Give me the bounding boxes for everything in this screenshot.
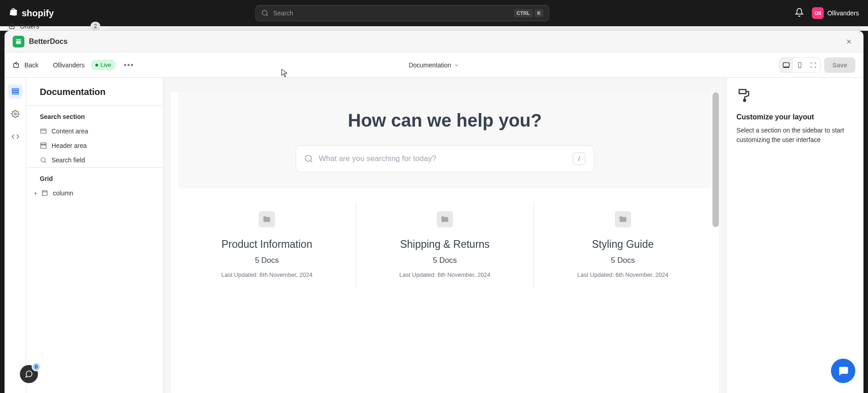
folder-icon <box>437 211 453 227</box>
block-column[interactable]: ▾ column <box>26 186 163 200</box>
chevron-down-icon <box>454 62 459 68</box>
desktop-view-button[interactable] <box>779 58 793 72</box>
admin-background <box>0 26 868 31</box>
folder-icon <box>259 211 275 227</box>
bell-icon <box>795 8 804 17</box>
notifications-button[interactable] <box>795 8 804 19</box>
close-button[interactable] <box>843 35 855 48</box>
hero-title: How can we help you? <box>187 110 703 131</box>
category-cards: Product Information 5 Docs Last Updated:… <box>178 202 712 289</box>
fullscreen-button[interactable] <box>807 58 820 72</box>
section-header-grid[interactable]: Grid <box>26 168 163 186</box>
desktop-icon <box>783 62 790 69</box>
svg-rect-9 <box>12 89 19 90</box>
editor-header: Back Ollivanders Live ••• Documentation … <box>5 52 863 78</box>
search-icon <box>261 9 269 17</box>
app-badge <box>13 36 24 47</box>
code-tab[interactable] <box>8 129 23 144</box>
slash-shortcut: / <box>573 152 585 165</box>
header-icon <box>40 142 47 149</box>
device-toggle <box>779 57 821 73</box>
preview-canvas-wrap: How can we help you? What are you search… <box>164 78 726 393</box>
chat-widget[interactable]: 0 <box>20 365 38 383</box>
svg-point-17 <box>41 158 45 162</box>
nav-rail <box>5 78 26 393</box>
category-card[interactable]: Shipping & Returns 5 Docs Last Updated: … <box>356 202 534 289</box>
section-header-search[interactable]: Search section <box>26 106 163 124</box>
sections-tab[interactable] <box>8 84 23 99</box>
search-icon <box>40 156 47 164</box>
status-badge: Live <box>91 60 116 70</box>
svg-rect-16 <box>41 145 46 148</box>
canvas-scrollbar[interactable] <box>712 92 719 227</box>
search-shortcut: CTRL K <box>514 9 543 17</box>
account-menu[interactable]: Oll Ollivanders <box>812 7 859 19</box>
search-placeholder: Search <box>273 9 514 17</box>
orders-icon <box>8 23 15 30</box>
mobile-view-button[interactable] <box>793 58 807 72</box>
app-icon <box>15 38 22 45</box>
svg-rect-15 <box>41 143 46 144</box>
global-search[interactable]: Search CTRL K <box>255 5 549 21</box>
admin-nav-peek: Orders 2 <box>0 26 108 31</box>
store-name[interactable]: Ollivanders <box>53 62 85 69</box>
hero-search-placeholder: What are you searching for today? <box>319 154 573 163</box>
back-button[interactable]: Back <box>13 61 38 69</box>
close-icon <box>845 38 853 45</box>
editor-body: Documentation Search section Content are… <box>5 78 863 393</box>
sections-panel: Documentation Search section Content are… <box>26 78 164 393</box>
svg-rect-13 <box>41 129 46 133</box>
more-actions-button[interactable]: ••• <box>124 61 134 69</box>
block-header-area[interactable]: Header area <box>26 138 163 153</box>
svg-line-1 <box>266 14 268 16</box>
code-icon <box>11 133 19 141</box>
svg-rect-19 <box>42 191 47 196</box>
app-modal: BetterDocs Back Ollivanders Live ••• Doc… <box>5 31 863 393</box>
settings-tab[interactable] <box>8 107 23 121</box>
user-name: Ollivanders <box>827 9 859 17</box>
panel-title: Documentation <box>26 87 163 105</box>
hero-section: How can we help you? What are you search… <box>178 92 712 189</box>
inspector-title: Customize your layout <box>736 113 854 121</box>
support-chat-icon <box>837 365 849 377</box>
search-icon <box>304 154 313 163</box>
layout-icon <box>40 128 47 135</box>
page-selector[interactable]: Documentation <box>409 62 459 69</box>
svg-line-22 <box>311 161 312 162</box>
brand-text: shopify <box>22 8 54 19</box>
category-card[interactable]: Styling Guide 5 Docs Last Updated: 6th N… <box>534 202 712 289</box>
preview-canvas[interactable]: How can we help you? What are you search… <box>171 92 719 393</box>
svg-point-0 <box>262 10 267 15</box>
svg-line-18 <box>45 161 46 163</box>
svg-point-12 <box>14 113 16 115</box>
inspector-hint: Select a section on the sidebar to start… <box>736 126 854 145</box>
shopify-bag-icon <box>9 8 19 19</box>
back-icon <box>13 61 21 69</box>
chevron-down-icon: ▾ <box>34 191 37 196</box>
hero-search[interactable]: What are you searching for today? / <box>296 145 594 172</box>
paint-roller-icon <box>736 87 854 105</box>
category-card[interactable]: Product Information 5 Docs Last Updated:… <box>178 202 356 289</box>
block-search-field[interactable]: Search field <box>26 153 163 167</box>
shopify-topbar: shopify Search CTRL K Oll Ollivanders <box>0 0 868 26</box>
modal-header: BetterDocs <box>5 31 863 52</box>
gear-icon <box>11 110 19 118</box>
back-label: Back <box>24 62 38 69</box>
block-content-area[interactable]: Content area <box>26 124 163 138</box>
support-widget[interactable] <box>831 359 855 383</box>
svg-point-21 <box>306 156 311 161</box>
save-button[interactable]: Save <box>824 57 855 73</box>
column-icon <box>41 189 48 197</box>
sections-icon <box>11 87 19 95</box>
shopify-logo[interactable]: shopify <box>9 8 54 19</box>
folder-icon <box>615 211 631 227</box>
app-name: BetterDocs <box>29 38 67 46</box>
svg-rect-11 <box>12 93 19 94</box>
inspector-panel: Customize your layout Select a section o… <box>726 78 863 393</box>
svg-rect-5 <box>783 62 789 66</box>
fullscreen-icon <box>810 62 816 68</box>
chat-icon <box>25 370 33 378</box>
mobile-icon <box>797 62 803 68</box>
svg-point-23 <box>744 99 746 102</box>
svg-rect-10 <box>12 91 19 92</box>
